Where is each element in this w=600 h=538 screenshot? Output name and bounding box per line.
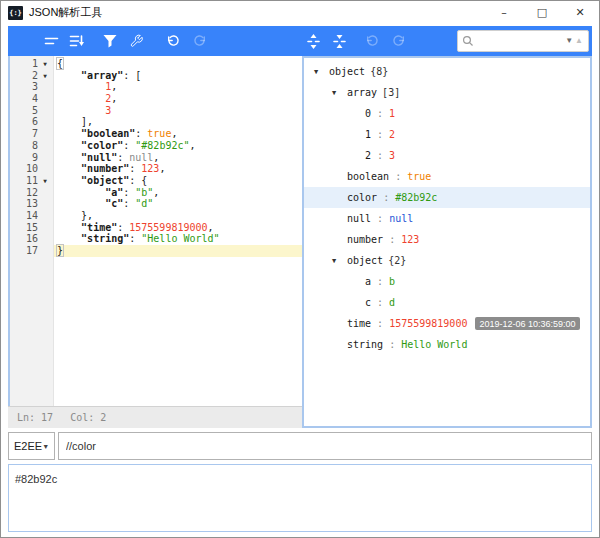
tree-row[interactable]: string : Hello World xyxy=(304,334,590,355)
code-line[interactable]: "time": 1575599819000, xyxy=(54,222,302,234)
code-line[interactable]: "array": [ xyxy=(54,70,302,82)
code-token: "d" xyxy=(135,198,153,209)
tree-value: b xyxy=(389,276,395,287)
tree-value: 123 xyxy=(401,234,419,245)
tree-child-count: {2} xyxy=(388,255,406,266)
tree-row[interactable]: boolean : true xyxy=(304,166,590,187)
fold-toggle-icon[interactable]: ▼ xyxy=(38,58,52,70)
main-panels: 1▼2▼34567891011▼121314151617 { "array": … xyxy=(8,56,592,428)
fold-spacer xyxy=(38,163,52,175)
json-tree-view[interactable]: ▼object{8}▼array[3]0 : 11 : 22 : 3boolea… xyxy=(302,56,592,428)
code-line[interactable]: }, xyxy=(54,210,302,222)
search-previous-icon[interactable]: ▲ xyxy=(574,37,584,45)
code-line[interactable]: 1, xyxy=(54,81,302,93)
query-mode-select[interactable]: E2EE ▼ xyxy=(8,432,55,460)
code-line[interactable]: "null": null, xyxy=(54,152,302,164)
code-token: "string" xyxy=(81,233,129,244)
code-line[interactable]: 3 xyxy=(54,105,302,117)
tree-row[interactable]: ▼object{2} xyxy=(304,250,590,271)
tree-row[interactable]: time : 15755998190002019-12-06 10:36:59:… xyxy=(304,313,590,334)
expand-all-button[interactable] xyxy=(301,29,325,53)
json-code-editor[interactable]: 1▼2▼34567891011▼121314151617 { "array": … xyxy=(8,56,302,406)
code-line[interactable]: } xyxy=(54,245,302,257)
search-next-icon[interactable]: ▼ xyxy=(564,37,574,45)
query-result-box[interactable]: #82b92c xyxy=(8,464,592,532)
code-line[interactable]: "boolean": true, xyxy=(54,128,302,140)
code-line[interactable]: "color": "#82b92c", xyxy=(54,140,302,152)
code-line[interactable]: "number": 123, xyxy=(54,163,302,175)
tree-redo-button[interactable] xyxy=(386,29,410,53)
tree-row[interactable]: 0 : 1 xyxy=(304,103,590,124)
line-number: 7 xyxy=(10,128,38,140)
fold-spacer xyxy=(38,245,52,257)
code-line[interactable]: "c": "d" xyxy=(54,198,302,210)
redo-button[interactable] xyxy=(187,29,211,53)
tree-row[interactable]: ▼object{8} xyxy=(304,61,590,82)
line-number: 6 xyxy=(10,116,38,128)
undo-button[interactable] xyxy=(161,29,185,53)
maximize-button[interactable]: □ xyxy=(523,1,561,24)
collapse-node-icon[interactable]: ▼ xyxy=(332,89,347,97)
compact-icon xyxy=(44,34,59,48)
tree-value: Hello World xyxy=(401,339,467,350)
tree-child-count: {8} xyxy=(370,66,388,77)
line-number: 14 xyxy=(10,210,38,222)
tree-row[interactable]: a : b xyxy=(304,271,590,292)
fold-spacer xyxy=(38,105,52,117)
fold-toggle-icon[interactable]: ▼ xyxy=(38,70,52,82)
repair-json-button[interactable] xyxy=(124,29,148,53)
sort-json-button[interactable] xyxy=(65,29,89,53)
tree-key: number xyxy=(347,234,383,245)
tree-colon: : xyxy=(389,171,407,182)
fold-spacer xyxy=(38,198,52,210)
text-cursor xyxy=(63,245,64,255)
tree-colon: : xyxy=(383,339,401,350)
code-token: : xyxy=(129,175,141,186)
code-token xyxy=(57,140,81,151)
code-token: { xyxy=(57,58,63,69)
code-area[interactable]: { "array": [ 1, 2, 3 ], "boolean": true,… xyxy=(54,56,302,406)
collapse-node-icon[interactable]: ▼ xyxy=(332,257,347,265)
line-number: 13 xyxy=(10,198,38,210)
code-line[interactable]: ], xyxy=(54,116,302,128)
line-number: 4 xyxy=(10,93,38,105)
compact-json-button[interactable] xyxy=(39,29,63,53)
close-button[interactable]: ✕ xyxy=(561,1,599,24)
tree-row[interactable]: number : 123 xyxy=(304,229,590,250)
fold-toggle-icon[interactable]: ▼ xyxy=(38,175,52,187)
code-token xyxy=(57,128,81,139)
code-token xyxy=(57,187,105,198)
format-json-button[interactable] xyxy=(13,29,37,53)
code-token: "object" xyxy=(81,175,129,186)
undo-icon xyxy=(365,34,380,48)
tree-row[interactable]: c : d xyxy=(304,292,590,313)
tree-row[interactable]: 2 : 3 xyxy=(304,145,590,166)
collapse-node-icon[interactable]: ▼ xyxy=(314,68,329,76)
code-token: "array" xyxy=(81,70,123,81)
tree-row[interactable]: null : null xyxy=(304,208,590,229)
code-line[interactable]: "object": { xyxy=(54,175,302,187)
search-input[interactable] xyxy=(474,33,564,49)
tree-row[interactable]: ▼array[3] xyxy=(304,82,590,103)
tree-colon: : xyxy=(371,318,389,329)
code-line[interactable]: 2, xyxy=(54,93,302,105)
tree-key: object xyxy=(329,66,365,77)
tree-row[interactable]: color : #82b92c xyxy=(304,187,590,208)
chevron-down-icon: ▼ xyxy=(42,443,49,450)
code-line[interactable]: "string": "Hello World" xyxy=(54,233,302,245)
code-token: "time" xyxy=(81,222,117,233)
filter-json-button[interactable] xyxy=(98,29,122,53)
code-line[interactable]: { xyxy=(54,58,302,70)
code-token xyxy=(57,222,81,233)
code-token: 1575599819000 xyxy=(129,222,207,233)
tree-key: time xyxy=(347,318,371,329)
query-path-input[interactable] xyxy=(58,432,592,460)
tree-undo-button[interactable] xyxy=(360,29,384,53)
tree-value: 3 xyxy=(389,150,395,161)
minimize-button[interactable]: – xyxy=(485,1,523,24)
fold-spacer xyxy=(38,81,52,93)
collapse-all-button[interactable] xyxy=(327,29,351,53)
tree-row[interactable]: 1 : 2 xyxy=(304,124,590,145)
code-line[interactable]: "a": "b", xyxy=(54,187,302,199)
wrench-icon xyxy=(129,34,144,48)
